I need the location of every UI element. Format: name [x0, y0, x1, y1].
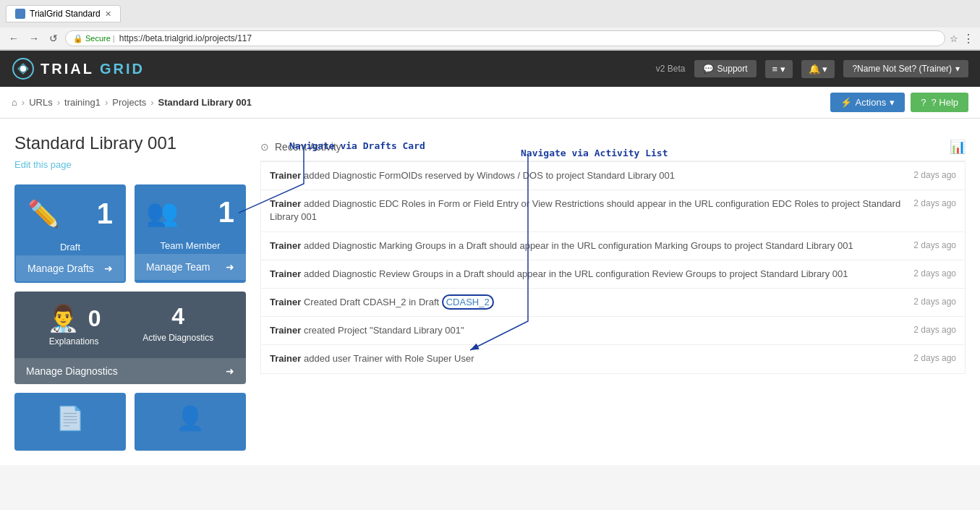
activity-item-3: Trainer added Diagnostic Review Groups i… — [261, 260, 965, 289]
doctor-icon: 👨‍⚕️ — [47, 303, 80, 333]
bolt-icon: ⚡ — [840, 97, 852, 108]
breadcrumb-training1[interactable]: training1 — [64, 97, 101, 108]
team-card: 👥 1 Team Member Manage Team ➜ — [135, 184, 246, 283]
activity-time-1: 2 days ago — [913, 197, 956, 210]
secure-text: Secure — [85, 34, 111, 43]
activity-body-6: added user Trainer with Role Super User — [304, 353, 474, 364]
sep2: › — [57, 97, 60, 108]
activity-time-0: 2 days ago — [913, 169, 956, 182]
diagnostics-stats: 👨‍⚕️ 0 Explanations 4 Active Diagnostics — [26, 303, 234, 347]
team-label: Team Member — [135, 240, 246, 254]
breadcrumb-actions: ⚡ Actions ▾ ? ? Help — [830, 93, 968, 112]
activity-header: ⊙ Recent Activity 📊 — [260, 133, 966, 161]
activity-item-1: Trainer added Diagnostic EDC Roles in Fo… — [261, 190, 965, 231]
diagnostics-arrow-icon: ➜ — [226, 365, 234, 377]
breadcrumb-urls[interactable]: URLs — [29, 97, 53, 108]
url-text: https://beta.trialgrid.io/projects/117 — [119, 33, 252, 43]
cdash2-link[interactable]: CDASH_2 — [442, 294, 494, 310]
sep3: › — [105, 97, 108, 108]
activity-text-3: Trainer added Diagnostic Review Groups i… — [270, 268, 905, 281]
browser-toolbar: ← → ↺ 🔒 Secure | https://beta.trialgrid.… — [0, 27, 980, 50]
sep4: › — [150, 97, 153, 108]
browser-menu-icon[interactable]: ⋮ — [963, 32, 974, 46]
activity-actor-3: Trainer — [270, 268, 301, 279]
address-bar[interactable]: 🔒 Secure | https://beta.trialgrid.io/pro… — [65, 30, 945, 46]
activity-list: Trainer added Diagnostic FormOIDs reserv… — [260, 161, 966, 374]
diagnostics-card: 👨‍⚕️ 0 Explanations 4 Active Diagnostics — [14, 292, 246, 384]
activity-item-0: Trainer added Diagnostic FormOIDs reserv… — [261, 162, 965, 190]
browser-tab[interactable]: TrialGrid Standard ✕ — [6, 5, 121, 22]
header-right: v2 Beta 💬 Support ≡ ▾ 🔔 ▾ ?Name Not Set?… — [656, 60, 968, 78]
pencil-icon: ✏️ — [27, 199, 60, 229]
logo-grid-text: GRID — [100, 61, 145, 77]
actions-dropdown-icon: ▾ — [890, 97, 895, 108]
breadcrumb-projects[interactable]: Projects — [112, 97, 146, 108]
activity-body-3: added Diagnostic Review Groups in a Draf… — [304, 268, 848, 279]
activity-actor-1: Trainer — [270, 198, 301, 209]
activity-title-text: Recent Activity — [275, 141, 341, 153]
activity-text-4: Trainer Created Draft CDASH_2 in Draft C… — [270, 296, 905, 309]
activity-actor-0: Trainer — [270, 170, 301, 181]
actions-button[interactable]: ⚡ Actions ▾ — [830, 93, 906, 112]
new-tab-area — [125, 4, 169, 23]
activity-time-5: 2 days ago — [913, 324, 956, 336]
left-panel: Standard Library 001 Edit this page ✏️ 1… — [14, 133, 260, 451]
secure-badge: 🔒 Secure | — [73, 34, 115, 43]
activity-text-5: Trainer created Project "Standard Librar… — [270, 324, 905, 337]
arrow-right-icon: ➜ — [104, 263, 113, 274]
tab-icon — [15, 9, 25, 19]
manage-diagnostics-label: Manage Diagnostics — [26, 365, 118, 377]
logo-trial-text: TRIAL — [41, 61, 94, 77]
activity-text-2: Trainer added Diagnostic Marking Groups … — [270, 239, 905, 252]
activity-body-5: created Project "Standard Library 001" — [304, 325, 464, 336]
menu-lines-button[interactable]: ≡ ▾ — [765, 60, 793, 78]
manage-team-button[interactable]: Manage Team ➜ — [135, 254, 246, 280]
manage-diagnostics-button[interactable]: Manage Diagnostics ➜ — [14, 358, 246, 384]
activity-body-2: added Diagnostic Marking Groups in a Dra… — [304, 240, 853, 251]
activity-body-1: added Diagnostic EDC Roles in Form or Fi… — [270, 198, 900, 222]
team-number: 1 — [218, 196, 234, 229]
help-button[interactable]: ? ? Help — [911, 93, 968, 112]
edit-page-link[interactable]: Edit this page — [14, 159, 246, 170]
user-name-label: ?Name Not Set? (Trainer) — [852, 64, 952, 74]
back-button[interactable]: ← — [6, 31, 22, 46]
actions-label: Actions — [856, 97, 887, 108]
activity-actor-4: Trainer — [270, 297, 301, 307]
team-card-top: 👥 1 — [135, 184, 246, 240]
active-stat: 4 Active Diagnostics — [142, 303, 213, 347]
activity-actor-5: Trainer — [270, 325, 301, 336]
home-icon[interactable]: ⌂ — [12, 97, 17, 108]
sep1: › — [22, 97, 25, 108]
svg-point-1 — [20, 66, 26, 72]
page-title: Standard Library 001 — [14, 133, 246, 153]
drafts-label: Draft — [16, 242, 124, 255]
cards-grid: ✏️ 1 Draft Manage Drafts ➜ 👥 1 Team — [14, 184, 246, 451]
forward-button[interactable]: → — [26, 31, 42, 46]
bookmark-icon[interactable]: ☆ — [950, 33, 958, 44]
logo-svg-icon — [12, 57, 35, 80]
manage-drafts-label: Manage Drafts — [27, 263, 94, 274]
tab-close-btn[interactable]: ✕ — [105, 9, 111, 19]
user-menu-button[interactable]: ?Name Not Set? (Trainer) ▾ — [843, 60, 968, 77]
chart-icon[interactable]: 📊 — [950, 139, 966, 155]
clock-icon: ⊙ — [260, 141, 269, 153]
manage-drafts-button[interactable]: Manage Drafts ➜ — [16, 255, 124, 281]
notifications-button[interactable]: 🔔 ▾ — [801, 60, 835, 78]
breadcrumb-current: Standard Library 001 — [158, 97, 252, 108]
activity-actor-6: Trainer — [270, 353, 301, 364]
bottom-card-right: 👤 — [135, 393, 246, 451]
manage-team-label: Manage Team — [146, 261, 210, 273]
activity-time-2: 2 days ago — [913, 239, 956, 252]
drafts-number: 1 — [97, 197, 113, 230]
activity-item-4: Trainer Created Draft CDASH_2 in Draft C… — [261, 289, 965, 317]
v2-badge: v2 Beta — [656, 64, 686, 74]
refresh-button[interactable]: ↺ — [46, 31, 61, 46]
support-button[interactable]: 💬 Support — [694, 60, 757, 77]
breadcrumb-bar: ⌂ › URLs › training1 › Projects › Standa… — [0, 87, 980, 119]
drafts-card: ✏️ 1 Draft Manage Drafts ➜ — [14, 184, 126, 283]
help-label: ? Help — [931, 97, 958, 108]
activity-item-2: Trainer added Diagnostic Marking Groups … — [261, 232, 965, 260]
active-label: Active Diagnostics — [142, 333, 213, 343]
browser-title-bar: TrialGrid Standard ✕ — [0, 0, 980, 27]
activity-text-1: Trainer added Diagnostic EDC Roles in Fo… — [270, 197, 905, 224]
